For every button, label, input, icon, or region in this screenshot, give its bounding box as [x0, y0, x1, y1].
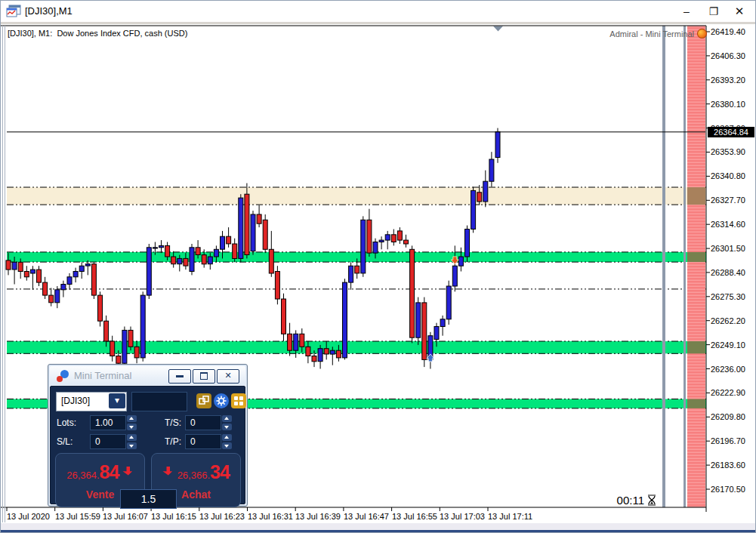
sell-price-big: 84: [100, 461, 119, 482]
price-axis-label: 26288.40: [711, 268, 745, 277]
bottom-strip: [1, 523, 755, 530]
symbol-dropdown[interactable]: [DJI30] ▾: [56, 392, 127, 411]
price-axis-label: 26340.80: [711, 171, 745, 180]
price-axis-label: 26222.90: [711, 388, 745, 397]
chart-symbol-label: [DJI30], M1: Dow Jones Index CFD, cash (…: [8, 29, 187, 38]
time-axis-label: 13 Jul 16:07: [103, 512, 148, 521]
buy-price-small: 26,366.: [177, 470, 210, 481]
window-title: [DJI30],M1: [25, 5, 73, 17]
order-comment-field[interactable]: [131, 392, 187, 411]
maximize-button[interactable]: ❐: [702, 2, 725, 20]
buy-price-big: 34: [210, 461, 230, 482]
tp-stepper[interactable]: [222, 434, 232, 449]
mini-terminal-body: [DJI30] ▾ Lots: 1.00 T/S: 0 S/L:: [50, 386, 245, 504]
time-axis-label: 13 Jul 16:15: [151, 512, 196, 521]
copy-trades-button[interactable]: [196, 393, 211, 408]
price-axis-label: 26249.10: [711, 340, 745, 350]
mini-terminal-logo-icon: [57, 370, 69, 382]
mini-terminal-title: Mini Terminal: [74, 370, 131, 381]
time-axis-label: 13 Jul 17:03: [440, 512, 485, 521]
mini-terminal-titlebar[interactable]: Mini Terminal ✕: [50, 366, 245, 385]
sell-price: 26,364.84: [56, 461, 144, 483]
spread-value: 1.5: [120, 489, 177, 509]
minimize-button[interactable]: –: [675, 2, 698, 20]
price-axis-label: 26314.60: [711, 220, 745, 229]
price-axis-label: 26275.30: [711, 292, 745, 301]
tp-label: T/P:: [165, 436, 181, 447]
sl-input[interactable]: 0: [90, 434, 126, 449]
price-axis-label: 26209.80: [711, 412, 745, 421]
price-axis-label: 26301.50: [711, 244, 745, 253]
ts-stepper[interactable]: [222, 415, 232, 430]
sell-price-small: 26,364.: [66, 470, 99, 481]
watermark: Admiral - Mini Terminal: [609, 29, 707, 39]
sl-label: S/L:: [57, 436, 73, 447]
tp-input[interactable]: 0: [185, 434, 221, 449]
ts-label: T/S:: [165, 417, 181, 428]
time-axis-label: 13 Jul 2020: [7, 512, 50, 521]
price-axis-label: 26406.30: [711, 51, 745, 60]
bid-price-label: 26364.84: [708, 127, 754, 137]
price-axis-label: 26196.70: [711, 436, 745, 445]
hourglass-icon: [647, 494, 656, 506]
bottom-bar: [1, 530, 755, 533]
right-margin-columns: [662, 26, 705, 507]
mini-terminal-restore-button[interactable]: [193, 369, 215, 384]
volume-profile-band: [687, 26, 705, 507]
price-axis-label: 26380.10: [711, 100, 745, 109]
price-axis-label: 26183.60: [711, 461, 745, 470]
close-button[interactable]: ✕: [728, 2, 751, 20]
time-axis-label: 13 Jul 16:47: [344, 512, 389, 521]
price-axis-label: 26419.40: [711, 27, 745, 36]
time-axis-label: 13 Jul 16:55: [392, 512, 437, 521]
settings-gear-icon[interactable]: [214, 393, 229, 408]
mini-terminal-dialog[interactable]: Mini Terminal ✕ [DJI30] ▾: [48, 364, 248, 507]
time-axis-label: 13 Jul 15:59: [55, 512, 100, 521]
price-axis-label: 26236.00: [711, 365, 745, 374]
price-axis-label: 26393.20: [711, 75, 745, 85]
countdown-value: 00:11: [617, 494, 644, 507]
chevron-down-icon[interactable]: ▾: [109, 393, 125, 408]
arrow-down-icon: [162, 466, 174, 477]
lots-stepper[interactable]: [127, 415, 137, 430]
time-axis-label: 13 Jul 17:11: [488, 512, 532, 521]
shift-marker-icon: [493, 26, 503, 32]
buy-price: 26,366.34: [152, 461, 240, 483]
price-axis-label: 26353.90: [711, 147, 745, 156]
ts-input[interactable]: 0: [185, 415, 221, 430]
sl-stepper[interactable]: [127, 434, 137, 449]
admiral-logo-icon: [697, 29, 707, 39]
mt4-chart-window: [DJI30],M1 – ❐ ✕ [DJI30], M1: Dow Jones …: [0, 0, 756, 533]
symbol-dropdown-value: [DJI30]: [61, 396, 90, 406]
time-axis-label: 13 Jul 16:23: [199, 512, 245, 521]
lots-label: Lots:: [57, 417, 76, 428]
mini-terminal-minimize-button[interactable]: [168, 369, 191, 384]
time-axis-label: 13 Jul 16:39: [295, 512, 341, 521]
watermark-text: Admiral - Mini Terminal: [609, 29, 694, 39]
window-titlebar[interactable]: [DJI30],M1 – ❐ ✕: [1, 1, 755, 22]
grid-view-button[interactable]: [231, 393, 246, 408]
arrow-down-icon: [122, 466, 134, 477]
price-axis-label: 26327.70: [711, 196, 745, 205]
lots-input[interactable]: 1.00: [90, 415, 126, 430]
price-axis-label: 26170.50: [711, 485, 745, 494]
candles: [6, 128, 500, 369]
time-axis-label: 13 Jul 16:31: [248, 512, 293, 521]
chart-window-icon: [6, 5, 21, 17]
candle-countdown-timer: 00:11: [602, 494, 656, 507]
price-axis-label: 26262.20: [711, 316, 745, 325]
mini-terminal-close-button[interactable]: ✕: [217, 369, 239, 384]
